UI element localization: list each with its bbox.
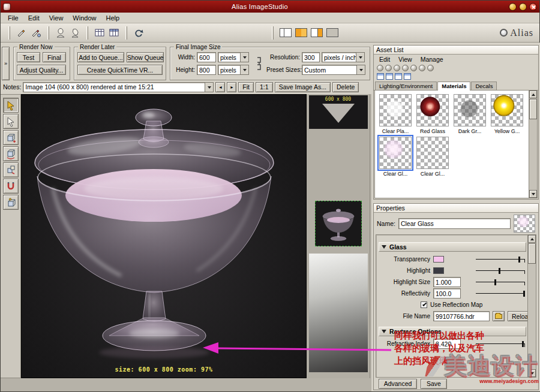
actual-size-button[interactable]: 1:1 [256,82,273,92]
material-item[interactable]: Clear Pla... [379,94,412,134]
material-name-input[interactable]: Clear Glass [398,218,511,229]
filmstrip-thumb-current[interactable] [315,201,362,246]
collapse-panel-button[interactable]: » [2,47,10,80]
next-image-button[interactable]: ► [227,82,236,92]
refresh-rotate-icon[interactable] [131,26,146,40]
toolbar-grip[interactable] [8,26,10,40]
scroll-up-icon[interactable] [529,91,537,98]
asset-menu-manage[interactable]: Manage [417,56,447,63]
render-settings-pen-icon[interactable] [29,26,43,40]
highlight-color-chip[interactable] [433,267,444,274]
dropdown-arrow-icon[interactable] [205,83,213,92]
move-tool-icon[interactable] [3,130,19,145]
asset-scrollbar[interactable] [529,91,537,198]
scroll-thumb[interactable] [528,243,536,264]
material-item[interactable]: Yellow G... [490,94,524,134]
material-library-icon[interactable] [427,65,434,71]
dropdown-arrow-icon[interactable] [240,53,248,62]
dropdown-arrow-icon[interactable] [356,53,364,62]
mannequin-side-icon[interactable] [68,26,82,40]
create-material-icon[interactable] [377,65,383,71]
scale-tool-icon[interactable] [3,162,19,177]
menu-help[interactable]: Help [101,14,124,22]
tab-lighting-environment[interactable]: Lighting/Environment [375,82,437,90]
duplicate-material-icon[interactable] [385,65,392,71]
mannequin-front-icon[interactable] [53,26,68,40]
table-columns-icon[interactable] [107,26,121,40]
width-input[interactable]: 600 [197,52,216,62]
rotate-tool-icon[interactable] [3,146,19,161]
resolution-input[interactable]: 300 [302,52,320,62]
asset-menu-view[interactable]: View [395,56,416,63]
list-view-icon[interactable] [377,73,384,80]
delete-image-button[interactable]: Delete [332,82,359,92]
browse-file-button[interactable] [493,311,505,321]
properties-scrollbar[interactable] [527,235,536,377]
tab-decals[interactable]: Decals [471,82,497,90]
close-button[interactable] [529,3,537,11]
table-icon[interactable] [92,26,107,40]
maximize-button[interactable] [519,3,527,11]
transparency-slider[interactable] [476,255,525,263]
advanced-button[interactable]: Advanced [379,379,417,389]
layout-right-pane-icon[interactable] [310,27,324,39]
highlight-size-slider[interactable] [476,278,525,286]
notes-dropdown[interactable]: Image 104 (600 x 800) rendered at time 1… [23,82,214,92]
show-queue-button[interactable]: Show Queue [127,52,164,62]
transform-tool-icon[interactable] [3,195,19,210]
minimize-button[interactable] [509,3,517,11]
assign-material-icon[interactable] [394,65,400,71]
highlight-slider[interactable] [476,267,525,275]
dropdown-arrow-icon[interactable] [356,65,365,74]
material-item[interactable]: Dark Gr... [453,94,487,134]
filmstrip-thumb-top[interactable]: 600 x 800 [309,95,368,129]
menu-window[interactable]: Window [68,14,101,22]
toolbar-grip[interactable] [47,26,49,40]
scroll-up-icon[interactable] [528,235,536,243]
add-to-queue-button[interactable]: Add to Queue... [77,52,124,62]
scroll-thumb[interactable] [529,99,537,119]
previous-image-button[interactable]: ◄ [215,82,225,92]
height-input[interactable]: 800 [197,65,216,75]
adjust-quality-button[interactable]: Adjust Quality... [17,65,66,75]
dropdown-arrow-icon[interactable] [240,65,248,74]
toolbar-grip[interactable] [86,26,88,40]
save-image-as-button[interactable]: Save Image As... [275,82,331,92]
refresh-material-icon[interactable] [419,65,425,71]
filmstrip-thumb-next[interactable] [309,254,368,372]
height-unit-dropdown[interactable]: pixels [218,65,249,75]
snap-tool-icon[interactable] [3,179,19,194]
create-quicktime-vr-button[interactable]: Create QuickTime VR... [77,65,163,75]
scroll-down-icon[interactable] [528,369,536,377]
fit-button[interactable]: Fit [238,82,254,92]
constrain-proportions-icon[interactable] [254,56,262,71]
width-unit-dropdown[interactable]: pixels [218,52,249,62]
scroll-down-icon[interactable] [529,190,537,198]
select-tool-icon[interactable] [3,114,19,129]
material-item-selected[interactable]: Clear Gl... [379,137,412,177]
menu-view[interactable]: View [44,14,68,22]
tab-materials[interactable]: Materials [437,82,470,91]
preset-sizes-dropdown[interactable]: Custom [302,65,365,75]
toolbar-grip[interactable] [125,26,127,40]
render-pen-icon[interactable] [14,26,29,40]
pick-tool-icon[interactable] [3,98,19,113]
test-render-button[interactable]: Test [17,52,40,62]
render-viewport[interactable]: size: 600 x 800 zoom: 97% [21,94,307,378]
reflectivity-input[interactable]: 100.0 [433,288,461,298]
layout-empty-view-icon[interactable] [325,27,340,39]
resolution-unit-dropdown[interactable]: pixels / inch [322,52,365,62]
detail-view-icon[interactable] [404,73,411,80]
delete-material-icon[interactable] [410,65,417,71]
material-item[interactable]: Red Glass [416,94,449,134]
transparency-color-chip[interactable] [433,256,444,263]
asset-menu-edit[interactable]: Edit [376,56,394,63]
tree-view-icon[interactable] [395,73,402,80]
menu-file[interactable]: File [3,14,23,22]
icon-view-icon[interactable] [386,73,393,80]
toolbar-grip[interactable] [272,26,274,40]
unassign-material-icon[interactable] [402,65,409,71]
layout-single-view-icon[interactable] [278,27,293,39]
final-render-button[interactable]: Final [43,52,66,62]
reflectivity-slider[interactable] [476,290,525,297]
